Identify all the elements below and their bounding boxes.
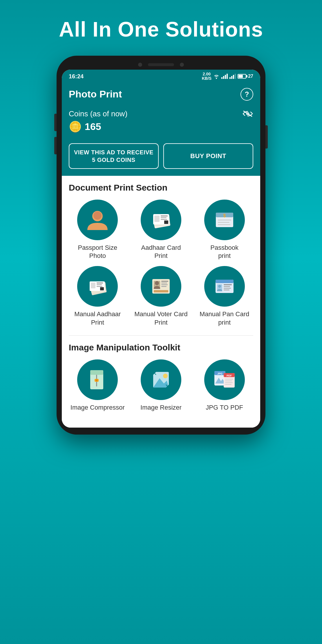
battery-level: 27 (248, 74, 253, 79)
svg-rect-22 (97, 284, 102, 285)
manual-voter-item[interactable]: Manual Voter CardPrint (132, 266, 190, 327)
svg-rect-60 (225, 381, 232, 381)
svg-rect-32 (154, 290, 168, 292)
manual-aadhaar-label: Manual AadhaarPrint (74, 310, 121, 327)
svg-rect-23 (97, 286, 102, 287)
side-btn-vol-up (54, 114, 57, 131)
image-resizer-circle (141, 359, 181, 400)
passbook-icon: $ (211, 207, 238, 233)
passport-photo-label: Passport SizePhoto (78, 244, 117, 260)
passbook-item[interactable]: $ Passbookprint (196, 200, 253, 260)
coins-amount: 🪙 165 (69, 121, 253, 133)
aadhaar-card-circle (141, 200, 181, 240)
image-compressor-circle (77, 359, 118, 400)
app-header: Photo Print ? (62, 83, 260, 105)
svg-rect-59 (225, 379, 233, 379)
manual-pan-icon (211, 273, 238, 299)
document-section-title: Document Print Section (69, 183, 253, 193)
svg-rect-9 (161, 219, 167, 220)
battery-icon (238, 74, 246, 79)
signal-bars-1 (221, 74, 228, 79)
manual-voter-icon (148, 273, 174, 299)
buy-point-button[interactable]: BUY POINT (163, 143, 253, 169)
svg-point-36 (218, 285, 221, 288)
phone-shell: 16:24 2.00KB/S (57, 56, 265, 435)
action-buttons-row: VIEW THIS AD TO RECEIVE 5 GOLD COINS BUY… (62, 143, 260, 176)
coins-emoji: 🪙 (69, 121, 82, 133)
front-camera (138, 63, 142, 67)
hide-coins-icon[interactable] (242, 110, 253, 118)
aadhaar-card-item[interactable]: Aadhaar CardPrint (132, 200, 190, 260)
passbook-circle: $ (204, 200, 245, 240)
svg-point-49 (163, 374, 168, 378)
manual-voter-circle (141, 266, 181, 307)
svg-text:JPG: JPG (217, 372, 222, 375)
manual-pan-circle (204, 266, 245, 307)
svg-rect-39 (224, 288, 231, 289)
status-icons: 2.00KB/S (202, 72, 253, 81)
svg-rect-16 (218, 224, 230, 225)
svg-point-2 (93, 211, 102, 220)
document-print-section: Document Print Section (69, 183, 253, 327)
svg-rect-24 (100, 287, 104, 290)
image-compressor-label: Image Compressor (70, 404, 125, 412)
manual-voter-label: Manual Voter CardPrint (134, 310, 187, 327)
manual-aadhaar-circle (77, 266, 118, 307)
aadhaar-label: Aadhaar CardPrint (141, 244, 181, 260)
image-compressor-icon (84, 367, 111, 393)
svg-rect-38 (224, 286, 230, 287)
svg-rect-20 (91, 283, 95, 288)
help-button[interactable]: ? (240, 88, 253, 101)
svg-rect-8 (161, 217, 167, 218)
svg-rect-29 (161, 283, 167, 283)
phone-top-bar (62, 63, 260, 67)
svg-point-27 (155, 281, 159, 285)
proximity-sensor (180, 63, 184, 67)
phone-screen: 16:24 2.00KB/S (62, 70, 260, 428)
svg-rect-28 (161, 281, 168, 282)
coins-label: Coins (as of now) (69, 109, 127, 118)
coins-section: Coins (as of now) 🪙 165 (62, 105, 260, 143)
manual-pan-label: Manual Pan Cardprint (200, 310, 249, 327)
status-time: 16:24 (69, 73, 84, 80)
image-resizer-icon (148, 367, 174, 393)
svg-point-45 (96, 379, 97, 381)
image-icon-grid: Image Compressor (69, 359, 253, 412)
coins-value: 165 (85, 121, 101, 132)
view-ad-button[interactable]: VIEW THIS AD TO RECEIVE 5 GOLD COINS (69, 143, 159, 169)
svg-rect-61 (225, 382, 233, 383)
svg-rect-30 (161, 284, 168, 285)
svg-rect-6 (154, 216, 160, 222)
coins-header: Coins (as of now) (69, 109, 253, 118)
manual-aadhaar-item[interactable]: Manual AadhaarPrint (69, 266, 126, 327)
side-btn-vol-down (54, 137, 57, 154)
svg-text:$: $ (223, 213, 226, 218)
jpg-to-pdf-item[interactable]: JPG PDF (196, 359, 253, 412)
svg-text:PDF: PDF (227, 374, 232, 377)
wifi-icon (213, 74, 220, 79)
manual-aadhaar-icon (84, 273, 111, 299)
passport-photo-item[interactable]: Passport SizePhoto (69, 200, 126, 260)
image-manipulation-section: Image Manipulation Toolkit (69, 343, 253, 412)
content-area: Document Print Section (62, 176, 260, 428)
document-icon-grid: Passport SizePhoto (69, 200, 253, 327)
svg-rect-7 (161, 216, 168, 216)
jpg-to-pdf-circle: JPG PDF (204, 359, 245, 400)
speaker-grille (148, 63, 174, 66)
image-resizer-item[interactable]: Image Resizer (132, 359, 190, 412)
svg-rect-42 (90, 370, 103, 375)
manual-pan-item[interactable]: Manual Pan Cardprint (196, 266, 253, 327)
image-compressor-item[interactable]: Image Compressor (69, 359, 126, 412)
svg-rect-37 (224, 284, 232, 285)
svg-rect-31 (161, 286, 167, 287)
svg-rect-15 (218, 222, 229, 223)
speed-indicator: 2.00KB/S (202, 72, 211, 81)
svg-rect-14 (218, 220, 231, 220)
image-resizer-label: Image Resizer (140, 404, 182, 412)
svg-rect-62 (225, 384, 231, 385)
svg-rect-34 (216, 280, 234, 283)
image-section-title: Image Manipulation Toolkit (69, 343, 253, 352)
svg-rect-21 (97, 283, 103, 283)
passport-photo-circle (77, 200, 118, 240)
jpg-to-pdf-label: JPG TO PDF (206, 404, 243, 412)
